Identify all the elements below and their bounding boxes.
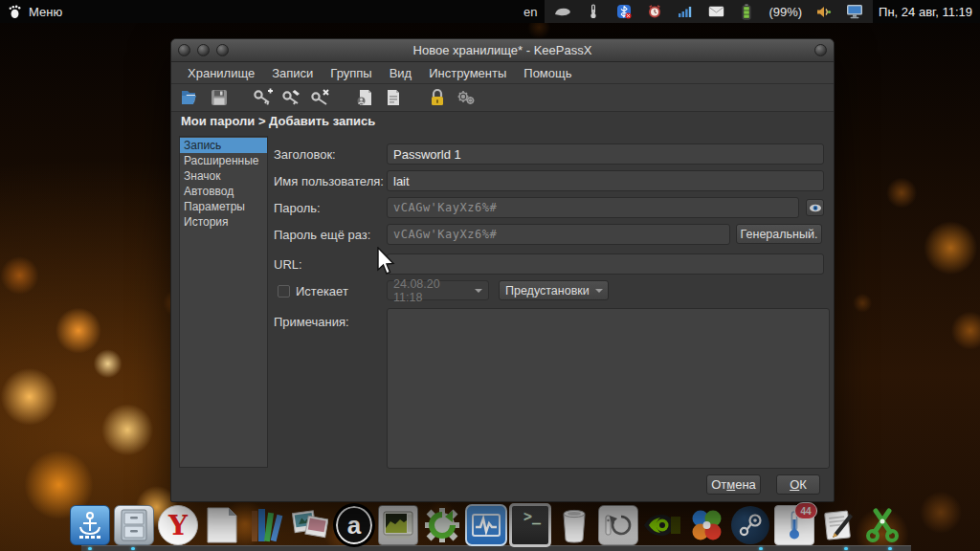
copy-password-icon[interactable] [382, 86, 405, 109]
bluetooth-disabled-icon[interactable] [615, 3, 633, 20]
dock-item-trash[interactable] [553, 504, 595, 546]
photos-icon [292, 508, 328, 542]
breadcrumb: Мои пароли > Добавить запись [181, 114, 375, 128]
menu-help[interactable]: Помощь [515, 66, 580, 80]
mouse-cursor [376, 247, 395, 279]
keyboard-layout-indicator[interactable]: en [516, 5, 545, 19]
dock-item-yandex-browser[interactable]: Y [157, 504, 199, 546]
dock-item-docky-anchor[interactable] [69, 504, 111, 546]
ok-button-mnemonic: О [790, 477, 799, 492]
notes-textarea[interactable] [387, 308, 830, 469]
dock-item-resource-monitor[interactable] [465, 504, 507, 546]
dock-item-temperature-monitor[interactable]: 44 [773, 504, 815, 546]
username-input[interactable] [387, 170, 824, 191]
expires-checkbox[interactable] [278, 285, 290, 298]
alarm-clock-icon[interactable] [646, 3, 663, 20]
expires-date-value: 24.08.20 11:18 [393, 277, 469, 304]
yandex-letter: Y [168, 510, 188, 541]
notes-pencil-icon [821, 508, 856, 542]
notification-badge: 44 [794, 502, 817, 519]
copy-username-icon[interactable] [353, 86, 376, 109]
dock-item-hardware-monitor[interactable] [377, 504, 419, 546]
volume-icon[interactable] [815, 3, 833, 20]
playonlinux-clover-icon [688, 507, 724, 543]
ok-button[interactable]: ОК [776, 474, 820, 495]
display-icon[interactable] [846, 3, 863, 20]
sidebar-item-advanced[interactable]: Расширенные [180, 153, 267, 168]
password-repeat-input[interactable] [387, 224, 730, 245]
window-titlebar[interactable]: Новое хранилище* - KeePassX [171, 39, 834, 62]
running-indicator [131, 547, 135, 550]
dock-item-nvidia-settings[interactable] [641, 504, 683, 546]
waveform-icon [465, 504, 507, 546]
menu-button[interactable]: Меню [0, 0, 62, 23]
menu-tools[interactable]: Инструменты [420, 66, 515, 80]
running-indicator [759, 547, 763, 550]
expires-date-combo[interactable]: 24.08.20 11:18 [387, 280, 489, 300]
dock-item-backup-device[interactable] [597, 504, 639, 546]
chevron-down-icon [475, 289, 482, 293]
nvidia-eye-icon [642, 511, 682, 540]
thermometer-icon[interactable] [585, 3, 602, 20]
clock[interactable]: Пн, 24 авг, 11:19 [873, 5, 980, 19]
dock-item-update-manager[interactable] [421, 504, 463, 546]
url-input[interactable] [387, 253, 824, 275]
menu-view[interactable]: Вид [381, 66, 421, 80]
mail-icon[interactable] [707, 3, 724, 20]
dock-item-file-manager[interactable] [113, 504, 155, 546]
title-input[interactable] [387, 143, 824, 165]
ok-button-label-rest: К [799, 477, 807, 492]
sidebar-item-autotype[interactable]: Автоввод [180, 184, 267, 199]
cancel-button[interactable]: Отмена [706, 474, 761, 495]
dock-item-scissors-app[interactable] [861, 504, 903, 546]
password-input[interactable] [387, 197, 799, 218]
dock-item-libreoffice[interactable] [201, 504, 243, 546]
terminal-prompt: >_ [523, 508, 541, 525]
window-title: Новое хранилище* - KeePassX [171, 43, 834, 57]
touchpad-indicator-icon[interactable] [554, 3, 571, 20]
open-database-icon[interactable] [179, 86, 202, 109]
delete-entry-icon[interactable] [309, 86, 332, 109]
menubar: Хранилище Записи Группы Вид Инструменты … [171, 62, 834, 84]
password-label: Пароль: [274, 201, 321, 215]
dock-item-notes-editor[interactable] [817, 504, 859, 546]
dock-item-photos[interactable] [289, 504, 331, 546]
menu-entries[interactable]: Записи [263, 66, 322, 80]
entry-sections-list: Запись Расширенные Значок Автоввод Парам… [179, 136, 268, 468]
dock-item-terminal[interactable]: >_ [509, 504, 551, 546]
terminal-icon: >_ [509, 503, 551, 547]
dock-item-steam[interactable] [729, 504, 771, 546]
running-indicator [888, 547, 892, 550]
settings-icon[interactable] [455, 86, 478, 109]
edit-entry-icon[interactable] [280, 86, 303, 109]
yandex-icon: Y [158, 505, 198, 545]
lock-workspace-icon[interactable] [426, 86, 449, 109]
dock-item-a-app[interactable]: a [333, 504, 375, 546]
cancel-button-label: От [711, 477, 726, 492]
dock: Y a >_ [69, 504, 903, 546]
save-database-icon[interactable] [208, 86, 231, 109]
panel-right: en (99%) [516, 0, 980, 23]
chevron-down-icon [595, 289, 603, 293]
sidebar-item-entry[interactable]: Запись [180, 138, 267, 153]
add-entry-icon[interactable] [252, 86, 275, 109]
expires-label[interactable]: Истекает [296, 284, 348, 298]
sidebar-item-history[interactable]: История [180, 214, 267, 230]
generate-password-button[interactable]: Генеральный. [736, 224, 822, 244]
sidebar-item-icon[interactable]: Значок [180, 168, 267, 184]
cancel-button-label-rest: ена [735, 477, 756, 492]
sidebar-item-properties[interactable]: Параметры [180, 199, 267, 214]
presets-dropdown[interactable]: Предустановки [499, 280, 609, 300]
dock-item-playonlinux[interactable] [685, 504, 727, 546]
presets-label: Предустановки [505, 284, 590, 298]
show-password-button[interactable] [806, 199, 824, 216]
restore-icon [598, 505, 638, 545]
signal-bars-icon[interactable] [677, 3, 694, 20]
menu-groups[interactable]: Группы [322, 66, 380, 80]
dock-item-calibre[interactable] [245, 504, 287, 546]
document-icon [206, 506, 238, 544]
battery-icon[interactable] [738, 3, 755, 20]
window-menu-button[interactable] [814, 44, 827, 56]
menu-label: Меню [29, 5, 62, 19]
menu-storage[interactable]: Хранилище [179, 66, 263, 80]
